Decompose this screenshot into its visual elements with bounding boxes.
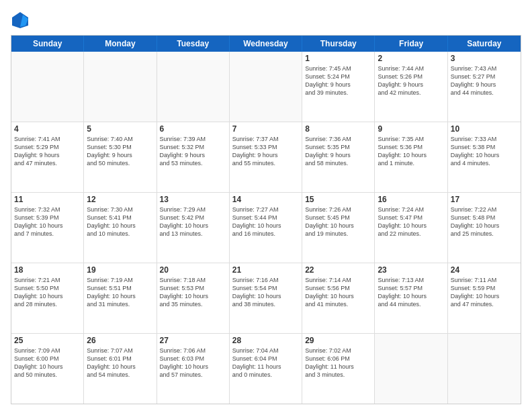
calendar-cell-r3-c1: 19Sunrise: 7:19 AM Sunset: 5:51 PM Dayli… — [84, 263, 157, 333]
day-number: 12 — [87, 195, 153, 204]
cell-info: Sunrise: 7:39 AM Sunset: 5:32 PM Dayligh… — [160, 135, 226, 168]
day-number: 14 — [232, 195, 299, 204]
calendar-cell-r0-c1 — [84, 52, 157, 122]
calendar-row-4: 25Sunrise: 7:09 AM Sunset: 6:00 PM Dayli… — [11, 334, 521, 404]
calendar-cell-r2-c6: 17Sunrise: 7:22 AM Sunset: 5:48 PM Dayli… — [448, 193, 521, 263]
day-number: 18 — [14, 265, 81, 275]
calendar-page: Sunday Monday Tuesday Wednesday Thursday… — [0, 0, 532, 411]
day-number: 7 — [232, 124, 299, 134]
day-number: 9 — [378, 124, 444, 134]
day-number: 27 — [160, 336, 226, 345]
header-sunday: Sunday — [11, 36, 84, 52]
calendar-cell-r1-c5: 9Sunrise: 7:35 AM Sunset: 5:36 PM Daylig… — [375, 122, 447, 192]
cell-info: Sunrise: 7:33 AM Sunset: 5:38 PM Dayligh… — [451, 135, 518, 168]
cell-info: Sunrise: 7:06 AM Sunset: 6:03 PM Dayligh… — [160, 347, 226, 379]
day-number: 21 — [232, 265, 299, 275]
calendar-cell-r0-c5: 2Sunrise: 7:44 AM Sunset: 5:26 PM Daylig… — [375, 52, 447, 122]
calendar-cell-r3-c6: 24Sunrise: 7:11 AM Sunset: 5:59 PM Dayli… — [448, 263, 521, 333]
day-number: 15 — [305, 195, 371, 204]
logo — [11, 11, 32, 30]
header-saturday: Saturday — [448, 36, 521, 52]
cell-info: Sunrise: 7:02 AM Sunset: 6:06 PM Dayligh… — [305, 347, 371, 379]
day-number: 26 — [87, 336, 153, 345]
cell-info: Sunrise: 7:14 AM Sunset: 5:56 PM Dayligh… — [305, 276, 371, 309]
header-thursday: Thursday — [302, 36, 375, 52]
cell-info: Sunrise: 7:44 AM Sunset: 5:26 PM Dayligh… — [378, 64, 444, 97]
calendar-cell-r1-c6: 10Sunrise: 7:33 AM Sunset: 5:38 PM Dayli… — [448, 122, 521, 192]
day-number: 13 — [160, 195, 226, 204]
cell-info: Sunrise: 7:45 AM Sunset: 5:24 PM Dayligh… — [305, 64, 371, 97]
cell-info: Sunrise: 7:24 AM Sunset: 5:47 PM Dayligh… — [378, 205, 444, 238]
day-number: 5 — [87, 124, 153, 134]
cell-info: Sunrise: 7:13 AM Sunset: 5:57 PM Dayligh… — [378, 276, 444, 309]
calendar-cell-r1-c2: 6Sunrise: 7:39 AM Sunset: 5:32 PM Daylig… — [157, 122, 230, 192]
calendar-cell-r4-c0: 25Sunrise: 7:09 AM Sunset: 6:00 PM Dayli… — [11, 334, 84, 404]
day-number: 24 — [451, 265, 518, 275]
calendar-cell-r1-c1: 5Sunrise: 7:40 AM Sunset: 5:30 PM Daylig… — [84, 122, 157, 192]
calendar-cell-r0-c2 — [157, 52, 230, 122]
header — [11, 11, 521, 30]
calendar-cell-r4-c2: 27Sunrise: 7:06 AM Sunset: 6:03 PM Dayli… — [157, 334, 230, 404]
calendar-row-2: 11Sunrise: 7:32 AM Sunset: 5:39 PM Dayli… — [11, 193, 521, 263]
day-number: 6 — [160, 124, 226, 134]
cell-info: Sunrise: 7:11 AM Sunset: 5:59 PM Dayligh… — [451, 276, 518, 309]
cell-info: Sunrise: 7:26 AM Sunset: 5:45 PM Dayligh… — [305, 205, 371, 238]
cell-info: Sunrise: 7:04 AM Sunset: 6:04 PM Dayligh… — [232, 347, 299, 379]
day-number: 2 — [378, 54, 444, 63]
calendar-cell-r3-c3: 21Sunrise: 7:16 AM Sunset: 5:54 PM Dayli… — [230, 263, 302, 333]
calendar-row-0: 1Sunrise: 7:45 AM Sunset: 5:24 PM Daylig… — [11, 52, 521, 122]
cell-info: Sunrise: 7:41 AM Sunset: 5:29 PM Dayligh… — [14, 135, 81, 168]
day-number: 28 — [232, 336, 299, 345]
calendar-cell-r4-c3: 28Sunrise: 7:04 AM Sunset: 6:04 PM Dayli… — [230, 334, 302, 404]
calendar-row-1: 4Sunrise: 7:41 AM Sunset: 5:29 PM Daylig… — [11, 122, 521, 193]
calendar-cell-r3-c4: 22Sunrise: 7:14 AM Sunset: 5:56 PM Dayli… — [302, 263, 375, 333]
cell-info: Sunrise: 7:36 AM Sunset: 5:35 PM Dayligh… — [305, 135, 371, 168]
cell-info: Sunrise: 7:35 AM Sunset: 5:36 PM Dayligh… — [378, 135, 444, 168]
day-number: 4 — [14, 124, 81, 134]
cell-info: Sunrise: 7:30 AM Sunset: 5:41 PM Dayligh… — [87, 205, 153, 238]
day-number: 8 — [305, 124, 371, 134]
calendar-cell-r2-c3: 14Sunrise: 7:27 AM Sunset: 5:44 PM Dayli… — [230, 193, 302, 263]
day-number: 10 — [451, 124, 518, 134]
calendar-cell-r4-c5 — [375, 334, 447, 404]
cell-info: Sunrise: 7:21 AM Sunset: 5:50 PM Dayligh… — [14, 276, 81, 309]
day-number: 1 — [305, 54, 371, 63]
day-number: 23 — [378, 265, 444, 275]
cell-info: Sunrise: 7:09 AM Sunset: 6:00 PM Dayligh… — [14, 347, 81, 379]
calendar-cell-r3-c5: 23Sunrise: 7:13 AM Sunset: 5:57 PM Dayli… — [375, 263, 447, 333]
cell-info: Sunrise: 7:29 AM Sunset: 5:42 PM Dayligh… — [160, 205, 226, 238]
header-monday: Monday — [84, 36, 157, 52]
calendar-cell-r2-c5: 16Sunrise: 7:24 AM Sunset: 5:47 PM Dayli… — [375, 193, 447, 263]
calendar-cell-r2-c4: 15Sunrise: 7:26 AM Sunset: 5:45 PM Dayli… — [302, 193, 375, 263]
header-friday: Friday — [375, 36, 447, 52]
calendar-row-3: 18Sunrise: 7:21 AM Sunset: 5:50 PM Dayli… — [11, 263, 521, 334]
calendar-cell-r0-c6: 3Sunrise: 7:43 AM Sunset: 5:27 PM Daylig… — [448, 52, 521, 122]
day-number: 20 — [160, 265, 226, 275]
cell-info: Sunrise: 7:16 AM Sunset: 5:54 PM Dayligh… — [232, 276, 299, 309]
day-number: 29 — [305, 336, 371, 345]
calendar-cell-r2-c1: 12Sunrise: 7:30 AM Sunset: 5:41 PM Dayli… — [84, 193, 157, 263]
calendar-cell-r0-c0 — [11, 52, 84, 122]
day-number: 25 — [14, 336, 81, 345]
cell-info: Sunrise: 7:32 AM Sunset: 5:39 PM Dayligh… — [14, 205, 81, 238]
calendar-cell-r2-c2: 13Sunrise: 7:29 AM Sunset: 5:42 PM Dayli… — [157, 193, 230, 263]
calendar-cell-r4-c4: 29Sunrise: 7:02 AM Sunset: 6:06 PM Dayli… — [302, 334, 375, 404]
calendar-cell-r1-c0: 4Sunrise: 7:41 AM Sunset: 5:29 PM Daylig… — [11, 122, 84, 192]
day-number: 3 — [451, 54, 518, 63]
calendar-header: Sunday Monday Tuesday Wednesday Thursday… — [11, 36, 521, 52]
cell-info: Sunrise: 7:27 AM Sunset: 5:44 PM Dayligh… — [232, 205, 299, 238]
calendar-cell-r3-c0: 18Sunrise: 7:21 AM Sunset: 5:50 PM Dayli… — [11, 263, 84, 333]
day-number: 19 — [87, 265, 153, 275]
logo-icon — [11, 11, 30, 30]
calendar-cell-r4-c6 — [448, 334, 521, 404]
calendar-cell-r0-c3 — [230, 52, 302, 122]
cell-info: Sunrise: 7:40 AM Sunset: 5:30 PM Dayligh… — [87, 135, 153, 168]
calendar-body: 1Sunrise: 7:45 AM Sunset: 5:24 PM Daylig… — [11, 52, 521, 404]
day-number: 22 — [305, 265, 371, 275]
header-tuesday: Tuesday — [157, 36, 230, 52]
calendar-cell-r1-c4: 8Sunrise: 7:36 AM Sunset: 5:35 PM Daylig… — [302, 122, 375, 192]
day-number: 16 — [378, 195, 444, 204]
calendar: Sunday Monday Tuesday Wednesday Thursday… — [11, 35, 521, 404]
calendar-cell-r2-c0: 11Sunrise: 7:32 AM Sunset: 5:39 PM Dayli… — [11, 193, 84, 263]
day-number: 11 — [14, 195, 81, 204]
